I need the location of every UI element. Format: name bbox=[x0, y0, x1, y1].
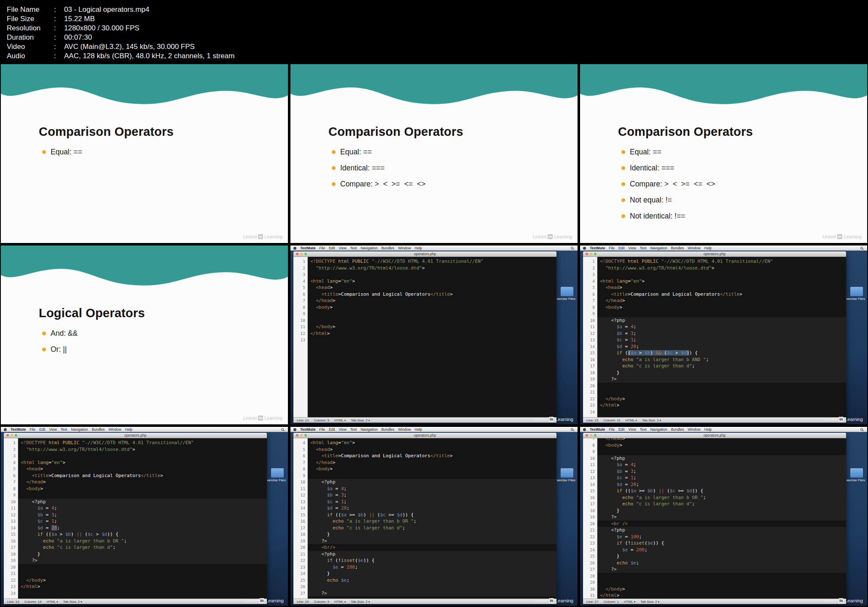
code-editor[interactable]: 7891011121314151617181920212223242526272… bbox=[583, 438, 846, 599]
window-title-bar[interactable]: operators.php bbox=[293, 433, 556, 438]
code-lines[interactable]: <!DOCTYPE html PUBLIC "-//W3C//DTD HTML … bbox=[597, 257, 846, 417]
zoom-window-button[interactable] bbox=[304, 253, 307, 255]
apple-menu-icon[interactable] bbox=[583, 247, 586, 250]
menu-item-window[interactable]: Window bbox=[688, 246, 700, 250]
exercise-files-folder[interactable]: Exercise Files bbox=[847, 468, 866, 482]
menu-item-navigation[interactable]: Navigation bbox=[360, 427, 377, 432]
menu-item-textmate[interactable]: TextMate bbox=[11, 427, 26, 432]
tab-size-selector[interactable]: Tab Size: 2 bbox=[642, 418, 661, 422]
menu-item-bundles[interactable]: Bundles bbox=[382, 427, 395, 432]
menu-item-file[interactable]: File bbox=[319, 246, 325, 250]
menu-item-bundles[interactable]: Bundles bbox=[671, 246, 684, 250]
menu-item-view[interactable]: View bbox=[629, 246, 636, 250]
apple-menu-icon[interactable] bbox=[4, 428, 7, 431]
window-title-bar[interactable]: operators.php bbox=[583, 251, 846, 257]
tab-size-selector[interactable]: Tab Size: 2 bbox=[63, 600, 82, 604]
exercise-files-folder[interactable]: Exercise Files bbox=[557, 468, 577, 482]
spotlight-search-icon[interactable] bbox=[571, 247, 573, 249]
code-editor[interactable]: 123456789101112131415161718192021222324 … bbox=[583, 257, 846, 417]
code-lines[interactable]: <html lang="en"> <head> <title>Compariso… bbox=[308, 438, 556, 599]
menu-item-navigation[interactable]: Navigation bbox=[650, 427, 667, 432]
menu-item-view[interactable]: View bbox=[49, 427, 57, 432]
language-selector[interactable]: HTML bbox=[46, 600, 58, 604]
close-window-button[interactable] bbox=[586, 434, 588, 437]
menu-item-text[interactable]: Text bbox=[640, 427, 647, 432]
spotlight-search-icon[interactable] bbox=[860, 428, 863, 431]
menu-item-textmate[interactable]: TextMate bbox=[300, 427, 315, 432]
spotlight-search-icon[interactable] bbox=[860, 247, 863, 249]
spotlight-search-icon[interactable] bbox=[281, 428, 284, 431]
menu-item-view[interactable]: View bbox=[339, 427, 347, 432]
menu-item-file[interactable]: File bbox=[609, 427, 615, 432]
code-lines[interactable]: </head> <body> <?php $a = 4; $b = 3; $c … bbox=[597, 438, 846, 599]
menu-item-view[interactable]: View bbox=[339, 246, 347, 250]
menu-item-navigation[interactable]: Navigation bbox=[71, 427, 88, 432]
window-title-bar[interactable]: operators.php bbox=[4, 433, 267, 438]
language-selector[interactable]: HTML bbox=[334, 600, 346, 604]
window-title-bar[interactable]: operators.php bbox=[583, 433, 846, 438]
menu-item-text[interactable]: Text bbox=[640, 246, 647, 250]
zoom-window-button[interactable] bbox=[594, 253, 597, 255]
tab-size-selector[interactable]: Tab Size: 2 bbox=[640, 600, 659, 604]
close-window-button[interactable] bbox=[6, 434, 9, 437]
menu-item-edit[interactable]: Edit bbox=[39, 427, 46, 432]
menu-item-textmate[interactable]: TextMate bbox=[300, 246, 315, 250]
spotlight-search-icon[interactable] bbox=[571, 428, 573, 431]
menu-item-help[interactable]: Help bbox=[125, 427, 132, 432]
code-lines[interactable]: <!DOCTYPE html PUBLIC "-//W3C//DTD HTML … bbox=[308, 257, 556, 417]
tab-size-selector[interactable]: Tab Size: 2 bbox=[351, 600, 370, 604]
menu-item-window[interactable]: Window bbox=[398, 246, 411, 250]
code-editor[interactable]: 123456789101112131415161718192021222324 … bbox=[4, 438, 267, 599]
exercise-files-folder[interactable]: Exercise Files bbox=[847, 287, 866, 301]
menu-item-view[interactable]: View bbox=[629, 427, 636, 432]
menu-item-edit[interactable]: Edit bbox=[329, 246, 335, 250]
menu-item-edit[interactable]: Edit bbox=[618, 246, 625, 250]
minimize-window-button[interactable] bbox=[300, 434, 303, 437]
code-editor[interactable]: 12345678910111213 <!DOCTYPE html PUBLIC … bbox=[293, 257, 556, 417]
menu-item-navigation[interactable]: Navigation bbox=[360, 246, 377, 250]
minimize-window-button[interactable] bbox=[590, 253, 592, 255]
minimize-window-button[interactable] bbox=[300, 253, 303, 255]
minimize-window-button[interactable] bbox=[590, 434, 592, 437]
window-title-bar[interactable]: operators.php bbox=[293, 251, 556, 257]
menu-item-text[interactable]: Text bbox=[350, 427, 357, 432]
menu-item-bundles[interactable]: Bundles bbox=[92, 427, 105, 432]
close-window-button[interactable] bbox=[296, 253, 298, 255]
zoom-window-button[interactable] bbox=[15, 434, 17, 437]
apple-menu-icon[interactable] bbox=[293, 428, 296, 431]
minimize-window-button[interactable] bbox=[11, 434, 13, 437]
code-editor[interactable]: 4567891011121314151617181920212223242526… bbox=[293, 438, 556, 599]
menu-item-navigation[interactable]: Navigation bbox=[650, 246, 667, 250]
zoom-window-button[interactable] bbox=[304, 434, 307, 437]
menu-item-help[interactable]: Help bbox=[415, 246, 422, 250]
language-selector[interactable]: HTML bbox=[334, 418, 346, 422]
language-selector[interactable]: HTML bbox=[624, 600, 635, 604]
exercise-files-folder[interactable]: Exercise Files bbox=[267, 468, 287, 482]
menu-item-file[interactable]: File bbox=[319, 427, 325, 432]
menu-item-help[interactable]: Help bbox=[704, 427, 712, 432]
close-window-button[interactable] bbox=[586, 253, 588, 255]
menu-item-textmate[interactable]: TextMate bbox=[590, 246, 605, 250]
apple-menu-icon[interactable] bbox=[293, 247, 296, 250]
menu-item-help[interactable]: Help bbox=[704, 246, 712, 250]
menu-item-edit[interactable]: Edit bbox=[618, 427, 625, 432]
zoom-window-button[interactable] bbox=[594, 434, 597, 437]
menu-item-text[interactable]: Text bbox=[350, 246, 357, 250]
apple-menu-icon[interactable] bbox=[583, 428, 586, 431]
menu-item-bundles[interactable]: Bundles bbox=[671, 427, 684, 432]
language-selector[interactable]: HTML bbox=[626, 418, 637, 422]
menu-item-file[interactable]: File bbox=[30, 427, 35, 432]
menu-item-window[interactable]: Window bbox=[108, 427, 121, 432]
menu-item-file[interactable]: File bbox=[609, 246, 615, 250]
menu-item-bundles[interactable]: Bundles bbox=[382, 246, 395, 250]
menu-item-window[interactable]: Window bbox=[688, 427, 700, 432]
code-lines[interactable]: <!DOCTYPE html PUBLIC "-//W3C//DTD HTML … bbox=[18, 438, 267, 599]
menu-item-text[interactable]: Text bbox=[61, 427, 67, 432]
menu-item-help[interactable]: Help bbox=[415, 427, 422, 432]
tab-size-selector[interactable]: Tab Size: 2 bbox=[351, 418, 370, 422]
close-window-button[interactable] bbox=[296, 434, 298, 437]
menu-item-edit[interactable]: Edit bbox=[329, 427, 335, 432]
exercise-files-folder[interactable]: Exercise Files bbox=[557, 287, 577, 301]
menu-item-textmate[interactable]: TextMate bbox=[590, 427, 605, 432]
menu-item-window[interactable]: Window bbox=[398, 427, 411, 432]
